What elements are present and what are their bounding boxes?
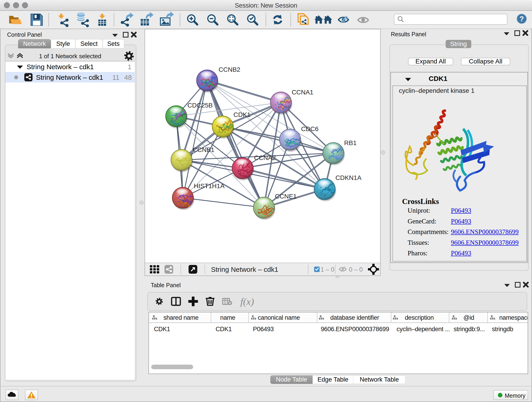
svg-text:f(x): f(x) xyxy=(240,296,254,307)
svg-text:9606.ENSP00000378699: 9606.ENSP00000378699 xyxy=(321,326,389,332)
svg-text:RB1: RB1 xyxy=(344,139,356,147)
svg-text:CCNE1: CCNE1 xyxy=(275,193,297,200)
svg-text:CDK1: CDK1 xyxy=(154,326,170,332)
svg-text:cyclin–dependent ...: cyclin–dependent ... xyxy=(397,326,450,332)
svg-text:CCNA2: CCNA2 xyxy=(254,154,276,161)
svg-text:@id: @id xyxy=(463,314,474,321)
svg-text:String Network – cdk1: String Network – cdk1 xyxy=(211,266,278,273)
svg-text:stringdb: stringdb xyxy=(492,326,513,332)
svg-text:name: name xyxy=(220,314,235,321)
svg-text:?: ? xyxy=(519,15,524,23)
svg-text:CDK1: CDK1 xyxy=(215,326,232,332)
svg-text:CCNB2: CCNB2 xyxy=(219,66,240,73)
svg-text:CCNB1: CCNB1 xyxy=(193,146,215,153)
svg-text:namespace: namespace xyxy=(499,314,528,321)
svg-text:P06493: P06493 xyxy=(253,326,274,332)
svg-text:database identifier: database identifier xyxy=(330,314,379,321)
svg-text:CDC25B: CDC25B xyxy=(187,102,213,109)
svg-text:0 – 0: 0 – 0 xyxy=(349,266,363,273)
svg-text:CDC6: CDC6 xyxy=(301,125,318,133)
svg-text:1 – 0: 1 – 0 xyxy=(321,266,334,273)
svg-text:canonical name: canonical name xyxy=(258,314,300,321)
svg-text:shared name: shared name xyxy=(163,314,198,321)
svg-text:CDKN1A: CDKN1A xyxy=(336,174,361,181)
svg-text:HIST1H1A: HIST1H1A xyxy=(194,182,225,190)
svg-text:stringdb:9...: stringdb:9... xyxy=(454,326,485,332)
svg-text:CDK1: CDK1 xyxy=(234,111,251,118)
svg-text:CCNA1: CCNA1 xyxy=(292,89,313,96)
svg-text:description: description xyxy=(405,314,434,321)
